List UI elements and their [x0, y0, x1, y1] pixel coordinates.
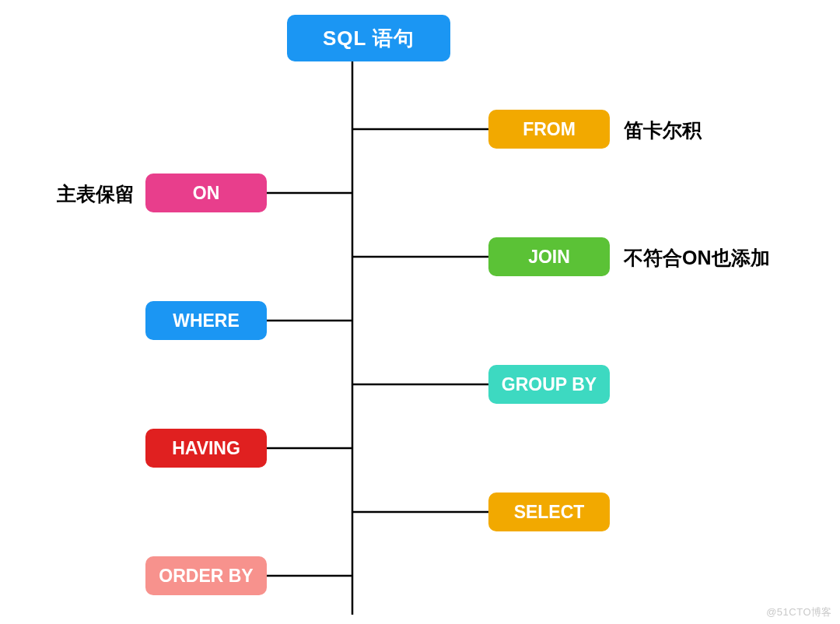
node-orderby: ORDER BY: [145, 556, 267, 595]
note-on: 主表保留: [57, 181, 135, 207]
node-from: FROM: [488, 110, 610, 149]
connector-lines: [0, 0, 840, 624]
note-join: 不符合ON也添加: [624, 245, 770, 271]
diagram-stage: SQL 语句 FROM 笛卡尔积 ON 主表保留 JOIN 不符合ON也添加 W…: [0, 0, 840, 624]
node-having: HAVING: [145, 429, 267, 468]
watermark: @51CTO博客: [766, 605, 832, 619]
node-select: SELECT: [488, 493, 610, 531]
root-node-sql-statement: SQL 语句: [287, 15, 450, 61]
node-join: JOIN: [488, 237, 610, 276]
node-groupby: GROUP BY: [488, 365, 610, 404]
node-on: ON: [145, 174, 267, 212]
node-where: WHERE: [145, 301, 267, 340]
note-from: 笛卡尔积: [624, 117, 702, 143]
